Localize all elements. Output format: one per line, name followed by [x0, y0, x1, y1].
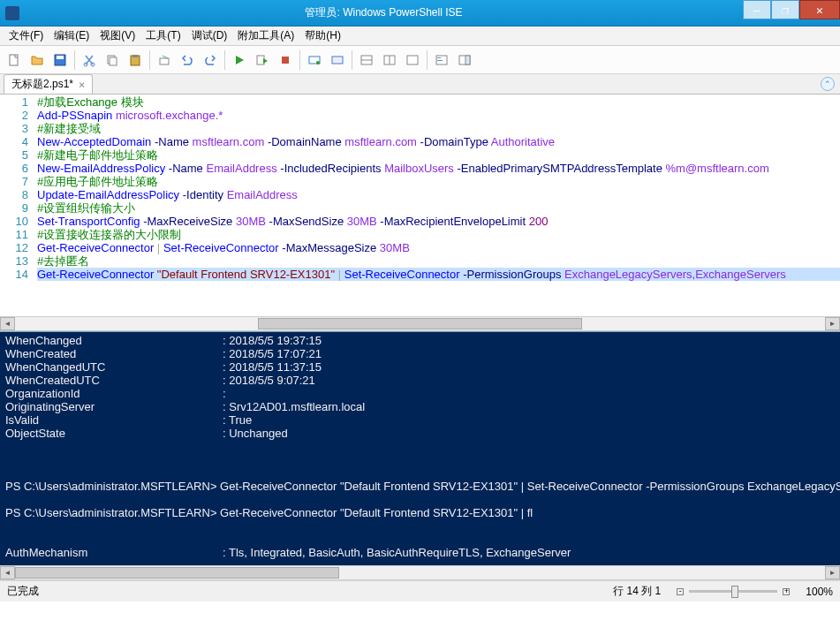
remote-tab-button[interactable]	[327, 49, 348, 71]
console-pane[interactable]: WhenChanged: 2018/5/5 19:37:15WhenCreate…	[0, 331, 840, 565]
zoom-out-icon[interactable]: -	[677, 588, 684, 595]
save-button[interactable]	[49, 49, 71, 71]
menubar: 文件(F) 编辑(E) 视图(V) 工具(T) 调试(D) 附加工具(A) 帮助…	[0, 26, 840, 46]
run-button[interactable]	[229, 49, 250, 71]
close-button[interactable]: ✕	[799, 0, 840, 19]
svg-rect-22	[437, 60, 443, 61]
stop-button[interactable]	[275, 49, 296, 71]
svg-rect-24	[465, 56, 470, 64]
scroll-left-icon[interactable]: ◄	[0, 566, 15, 579]
minimize-button[interactable]: —	[743, 0, 771, 19]
statusbar: 已完成 行 14 列 1 - + 100%	[0, 580, 840, 602]
remote-button[interactable]	[304, 49, 325, 71]
collapse-script-icon[interactable]: ⌃	[821, 77, 835, 91]
open-button[interactable]	[26, 49, 48, 71]
line-gutter: 1234567891011121314	[0, 95, 37, 316]
menu-debug[interactable]: 调试(D)	[186, 26, 233, 45]
console-hscroll[interactable]: ◄ ►	[0, 565, 840, 580]
layout1-button[interactable]	[356, 49, 377, 71]
layout3-button[interactable]	[402, 49, 423, 71]
clear-button[interactable]	[154, 49, 175, 71]
zoom-control[interactable]: - +	[677, 588, 790, 595]
scroll-left-icon[interactable]: ◄	[0, 317, 15, 330]
menu-edit[interactable]: 编辑(E)	[49, 26, 95, 45]
tabstrip: 无标题2.ps1* × ⌃	[0, 74, 840, 95]
scroll-right-icon[interactable]: ►	[825, 317, 840, 330]
editor-hscroll[interactable]: ◄ ►	[0, 316, 840, 331]
toolbar	[0, 46, 840, 74]
tab-close-icon[interactable]: ×	[79, 79, 85, 91]
svg-rect-10	[257, 56, 264, 64]
svg-rect-14	[332, 57, 343, 64]
menu-addons[interactable]: 附加工具(A)	[232, 26, 299, 45]
paste-button[interactable]	[125, 49, 146, 71]
copy-button[interactable]	[102, 49, 123, 71]
maximize-button[interactable]: ❐	[771, 0, 799, 19]
show-command-button[interactable]	[431, 49, 452, 71]
window-title: 管理员: Windows PowerShell ISE	[25, 5, 743, 20]
cursor-position: 行 14 列 1	[613, 584, 661, 599]
svg-rect-2	[57, 56, 64, 59]
svg-rect-11	[282, 57, 289, 64]
menu-view[interactable]: 视图(V)	[95, 26, 140, 45]
scroll-right-icon[interactable]: ►	[825, 566, 840, 579]
svg-point-13	[316, 61, 320, 64]
code-area[interactable]: #加载Exchange 模块Add-PSSnapin microsoft.exc…	[37, 95, 840, 316]
cut-button[interactable]	[79, 49, 100, 71]
redo-button[interactable]	[200, 49, 221, 71]
zoom-slider[interactable]	[689, 590, 777, 593]
app-icon	[5, 6, 19, 20]
undo-button[interactable]	[177, 49, 198, 71]
menu-tools[interactable]: 工具(T)	[140, 26, 185, 45]
show-addon-button[interactable]	[454, 49, 475, 71]
tab-label: 无标题2.ps1*	[11, 77, 73, 92]
svg-rect-0	[10, 55, 18, 65]
script-editor[interactable]: 1234567891011121314 #加载Exchange 模块Add-PS…	[0, 95, 840, 316]
svg-rect-8	[132, 55, 138, 57]
menu-help[interactable]: 帮助(H)	[299, 26, 346, 45]
menu-file[interactable]: 文件(F)	[4, 26, 49, 45]
run-selection-button[interactable]	[252, 49, 273, 71]
svg-rect-19	[407, 56, 418, 64]
script-tab[interactable]: 无标题2.ps1* ×	[4, 74, 93, 94]
layout2-button[interactable]	[379, 49, 400, 71]
new-button[interactable]	[4, 49, 25, 71]
zoom-in-icon[interactable]: +	[783, 588, 790, 595]
svg-rect-21	[437, 57, 441, 58]
svg-rect-6	[110, 57, 117, 65]
titlebar: 管理员: Windows PowerShell ISE — ❐ ✕	[0, 0, 840, 26]
svg-rect-9	[160, 58, 169, 64]
zoom-level: 100%	[806, 586, 833, 598]
status-state: 已完成	[7, 584, 39, 599]
